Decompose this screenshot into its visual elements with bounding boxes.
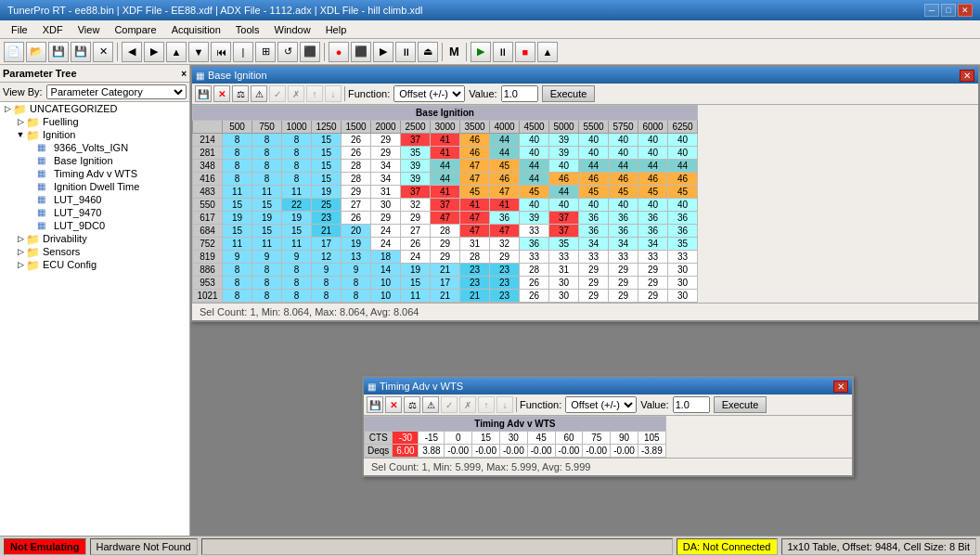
table-cell[interactable]: 30 [668,290,698,303]
table-cell[interactable]: 8 [223,173,252,186]
tree-item-dwell[interactable]: ▷ ▦ Ignition Dwell Time [0,180,189,193]
table-cell[interactable]: 15 [312,173,342,186]
bi-check[interactable]: ✓ [269,85,286,102]
table-cell[interactable]: 44 [549,186,579,199]
table-cell[interactable]: 29 [579,290,609,303]
expander-ecu[interactable]: ▷ [15,259,26,270]
table-cell[interactable]: 26 [401,238,431,251]
table-cell[interactable]: 34 [579,238,609,251]
table-cell[interactable]: 24 [371,225,401,238]
expander-drivability[interactable]: ▷ [15,233,26,244]
table-cell[interactable]: 47 [490,186,520,199]
table-cell[interactable]: 29 [431,251,460,264]
table-cell[interactable]: 9 [282,251,312,264]
table-cell[interactable]: 15 [223,199,252,212]
table-cell[interactable]: 36 [520,238,549,251]
table-cell[interactable]: 19 [252,212,282,225]
table-cell[interactable]: 8 [252,277,282,290]
table-cell[interactable]: 37 [401,186,431,199]
table-cell[interactable]: 8 [282,173,312,186]
table-cell[interactable]: 8 [342,290,371,303]
tree-item-uncategorized[interactable]: ▷ 📁 UNCATEGORIZED [0,102,189,115]
table-cell[interactable]: 36 [668,212,698,225]
value-input[interactable] [501,85,538,102]
table-cell[interactable]: 47 [460,212,490,225]
bi-up[interactable]: ↑ [306,85,323,102]
table-cell[interactable]: 19 [282,212,312,225]
table-cell[interactable]: 45 [668,186,698,199]
eject-btn[interactable]: ⏏ [418,42,438,62]
table-cell[interactable]: 28 [520,264,549,277]
expander-ignition[interactable]: ▼ [15,129,26,140]
table-cell[interactable]: 44 [490,134,520,147]
tree-item-sensors[interactable]: ▷ 📁 Sensors [0,245,189,258]
table-cell[interactable]: 8 [282,147,312,160]
table-cell[interactable]: 23 [460,277,490,290]
table-cell[interactable]: 29 [609,290,638,303]
save-as-button[interactable]: 💾 [71,42,91,62]
table-cell[interactable]: 15 [312,147,342,160]
sidebar-close-button[interactable]: × [181,69,187,79]
table-cell[interactable]: 29 [638,277,668,290]
table-cell[interactable]: 15 [401,277,431,290]
table-cell[interactable]: 8 [342,277,371,290]
table-cell[interactable]: 29 [371,134,401,147]
nav-first[interactable]: ⏮ [211,42,231,62]
table-cell[interactable]: 26 [342,134,371,147]
table-cell[interactable]: 15 [472,432,500,445]
table-cell[interactable]: -0.00 [611,445,638,458]
table-cell[interactable]: 37 [431,199,460,212]
table-cell[interactable]: 36 [668,225,698,238]
table-cell[interactable]: 34 [371,173,401,186]
table-cell[interactable]: 28 [342,160,371,173]
table-cell[interactable]: 46 [490,173,520,186]
table-cell[interactable]: 40 [579,199,609,212]
table-cell[interactable]: 11 [252,186,282,199]
table-cell[interactable]: 23 [460,264,490,277]
acq-btn[interactable]: ⬛ [300,42,320,62]
table-cell[interactable]: 8 [223,277,252,290]
menu-file[interactable]: File [4,22,35,37]
table-cell[interactable]: 45 [638,186,668,199]
table-cell[interactable]: 32 [401,199,431,212]
table-cell[interactable]: 40 [520,134,549,147]
table-cell[interactable]: 31 [371,186,401,199]
stop-btn[interactable]: ⬛ [351,42,371,62]
table-cell[interactable]: 8 [252,160,282,173]
table-cell[interactable]: 29 [431,238,460,251]
tree-item-timing-adv[interactable]: ▷ ▦ Timing Adv v WTS [0,167,189,180]
refresh-btn[interactable]: ↺ [277,42,298,62]
table-cell[interactable]: 35 [668,238,698,251]
table-cell[interactable]: 11 [252,238,282,251]
table-cell[interactable]: 46 [549,173,579,186]
table-cell[interactable]: 40 [638,199,668,212]
table-cell[interactable]: 39 [520,212,549,225]
table-cell[interactable]: 40 [668,134,698,147]
table-cell[interactable]: 30 [549,277,579,290]
table-cell[interactable]: 21 [431,290,460,303]
table-cell[interactable]: 8 [223,134,252,147]
table-cell[interactable]: 11 [223,186,252,199]
play-btn[interactable]: ▶ [373,42,393,62]
table-cell[interactable]: -15 [419,432,445,445]
ta-cross[interactable]: ✕ [385,396,402,413]
tree-item-base-ignition[interactable]: ▷ ▦ Base Ignition [0,154,189,167]
table-cell[interactable]: 34 [371,160,401,173]
table-cell[interactable]: 37 [549,212,579,225]
table-cell[interactable]: 45 [579,186,609,199]
start-emulation[interactable]: ▶ [471,42,491,62]
table-cell[interactable]: 15 [312,160,342,173]
table-cell[interactable]: 44 [609,160,638,173]
expander-uncategorized[interactable]: ▷ [2,103,13,114]
nav-back[interactable]: ◀ [122,42,142,62]
table-cell[interactable]: -0.00 [555,445,583,458]
tree-item-lut9dc0[interactable]: ▷ ▦ LUT_9DC0 [0,219,189,232]
execute-button[interactable]: Execute [542,85,596,102]
table-cell[interactable]: 34 [609,238,638,251]
ta-down[interactable]: ↓ [496,396,513,413]
tree-item-volts-ign[interactable]: ▷ ▦ 9366_Volts_IGN [0,141,189,154]
table-cell[interactable]: 8 [282,277,312,290]
table-cell[interactable]: 36 [579,225,609,238]
table-cell[interactable]: 32 [490,238,520,251]
table-cell[interactable]: 22 [282,199,312,212]
